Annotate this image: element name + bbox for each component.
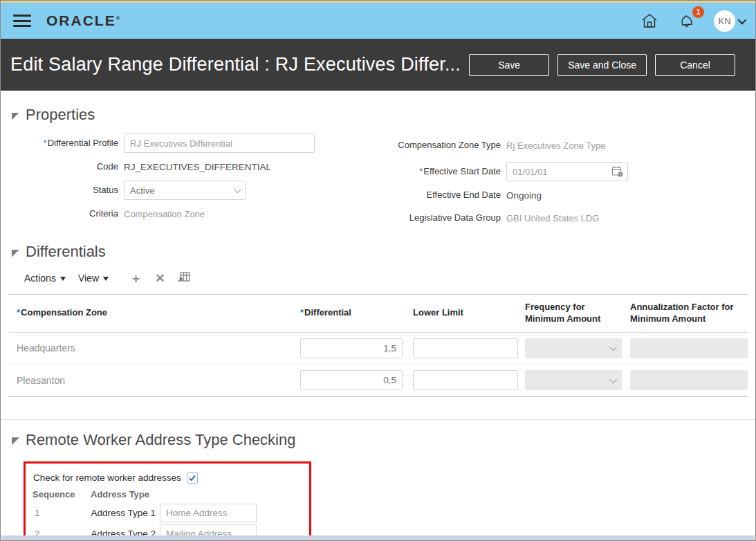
remote-table-row: 1 Address Type 1	[33, 504, 302, 522]
chevron-down-icon	[234, 185, 241, 193]
page-header: Edit Salary Range Differential : RJ Exec…	[1, 39, 755, 91]
frequency-select-disabled	[525, 338, 622, 358]
section-divider	[1, 419, 755, 420]
check-icon	[188, 474, 196, 482]
annualization-field-disabled	[630, 338, 748, 358]
lower-limit-input[interactable]	[413, 370, 518, 390]
delete-row-button[interactable]: ✕	[151, 273, 169, 284]
calendar-clock-icon	[611, 165, 624, 178]
address-type-label: Address Type 1	[91, 508, 160, 518]
collapse-triangle-icon[interactable]	[12, 113, 19, 120]
chevron-down-icon	[738, 15, 747, 24]
criteria-value: Compensation Zone	[124, 209, 205, 219]
annualization-field-disabled	[630, 370, 748, 390]
effective-start-date-input[interactable]	[506, 162, 628, 181]
differentials-table: *Compensation Zone *Differential Lower L…	[8, 294, 748, 397]
add-row-button[interactable]: +	[128, 272, 144, 285]
status-label: Status	[1, 185, 124, 196]
properties-form: *Differential Profile Code RJ_EXECUTIVES…	[1, 134, 755, 232]
caret-down-icon	[60, 277, 66, 281]
effective-end-date-value: Ongoing	[506, 190, 542, 201]
section-title: Remote Worker Address Type Checking	[26, 431, 295, 449]
frequency-select-disabled	[525, 370, 622, 390]
horizontal-scrollbar[interactable]	[1, 535, 755, 540]
legislative-data-group-value: GBI United States LDG	[506, 213, 599, 223]
notification-badge: 1	[692, 6, 704, 18]
remote-worker-checkbox[interactable]	[187, 473, 198, 484]
date-picker-button[interactable]	[611, 165, 624, 181]
detach-table-icon	[177, 270, 191, 283]
navigator-menu-button[interactable]	[13, 15, 31, 27]
differentials-toolbar: Actions View + ✕	[21, 270, 755, 286]
properties-section-header[interactable]: Properties	[12, 106, 755, 124]
zone-value: Pleasanton	[8, 371, 293, 390]
code-value: RJ_EXECUTIVES_DIFFERENTIAL	[124, 162, 271, 172]
cancel-button[interactable]: Cancel	[655, 54, 735, 76]
notifications-button[interactable]: 1	[676, 10, 697, 31]
compensation-zone-type-label: Compensation Zone Type	[378, 140, 506, 151]
differential-profile-label: *Differential Profile	[1, 138, 124, 149]
code-label: Code	[1, 161, 124, 172]
caret-down-icon	[103, 277, 109, 281]
legislative-data-group-label: Legislative Data Group	[378, 212, 506, 223]
chevron-down-icon	[609, 376, 617, 383]
differential-profile-input[interactable]	[124, 134, 315, 153]
differential-input[interactable]	[300, 370, 403, 390]
sequence-header: Sequence	[33, 489, 91, 499]
global-top-bar: ORACLE® 1 KN	[1, 3, 755, 39]
criteria-label: Criteria	[1, 208, 124, 219]
table-row: Pleasanton	[8, 365, 748, 396]
save-and-close-button[interactable]: Save and Close	[557, 54, 647, 76]
col-lower-limit: Lower Limit	[406, 300, 518, 326]
chevron-down-icon	[609, 343, 617, 351]
hamburger-icon	[13, 20, 31, 22]
hamburger-icon	[13, 25, 31, 27]
effective-start-date-label: *Effective Start Date	[378, 166, 506, 177]
detach-button[interactable]	[176, 270, 192, 286]
x-icon: ✕	[155, 272, 165, 285]
lower-limit-input[interactable]	[413, 338, 518, 358]
address-type-input[interactable]	[160, 504, 257, 522]
sequence-value: 1	[33, 508, 91, 518]
home-icon	[640, 12, 658, 29]
collapse-triangle-icon[interactable]	[12, 437, 19, 445]
hamburger-icon	[13, 15, 31, 17]
remote-table-header: Sequence Address Type	[33, 489, 302, 499]
app-window: ORACLE® 1 KN	[0, 0, 756, 541]
remote-worker-checkbox-label: Check for remote worker addresses	[33, 473, 181, 483]
status-value: Active	[130, 185, 154, 196]
page-title: Edit Salary Range Differential : RJ Exec…	[10, 54, 461, 75]
differentials-section-header[interactable]: Differentials	[12, 243, 755, 261]
status-select[interactable]: Active	[124, 181, 246, 200]
collapse-triangle-icon[interactable]	[12, 250, 19, 257]
effective-end-date-label: Effective End Date	[378, 190, 506, 201]
annotation-highlight-box: Check for remote worker addresses Sequen…	[24, 461, 311, 541]
col-frequency: Frequency for Minimum Amount	[518, 295, 623, 332]
table-header-row: *Compensation Zone *Differential Lower L…	[8, 295, 748, 333]
remote-worker-section-header[interactable]: Remote Worker Address Type Checking	[12, 431, 755, 449]
col-differential: *Differential	[293, 300, 406, 326]
col-compensation-zone: *Compensation Zone	[8, 300, 293, 326]
user-menu[interactable]: KN	[714, 10, 744, 32]
plus-icon: +	[132, 271, 140, 286]
address-type-header: Address Type	[91, 489, 257, 499]
compensation-zone-type-value: Rj Executives Zone Type	[506, 140, 606, 151]
oracle-logo: ORACLE®	[46, 12, 122, 29]
differential-input[interactable]	[300, 338, 403, 358]
section-title: Properties	[26, 106, 95, 124]
col-annualization: Annualization Factor for Minimum Amount	[623, 295, 748, 332]
save-button[interactable]: Save	[469, 54, 549, 76]
avatar[interactable]: KN	[714, 10, 735, 32]
table-row: Headquarters	[8, 333, 748, 365]
home-button[interactable]	[639, 10, 660, 31]
actions-menu-button[interactable]: Actions	[21, 271, 68, 285]
section-title: Differentials	[26, 243, 106, 261]
view-menu-button[interactable]: View	[75, 271, 111, 285]
zone-value: Headquarters	[8, 338, 293, 358]
